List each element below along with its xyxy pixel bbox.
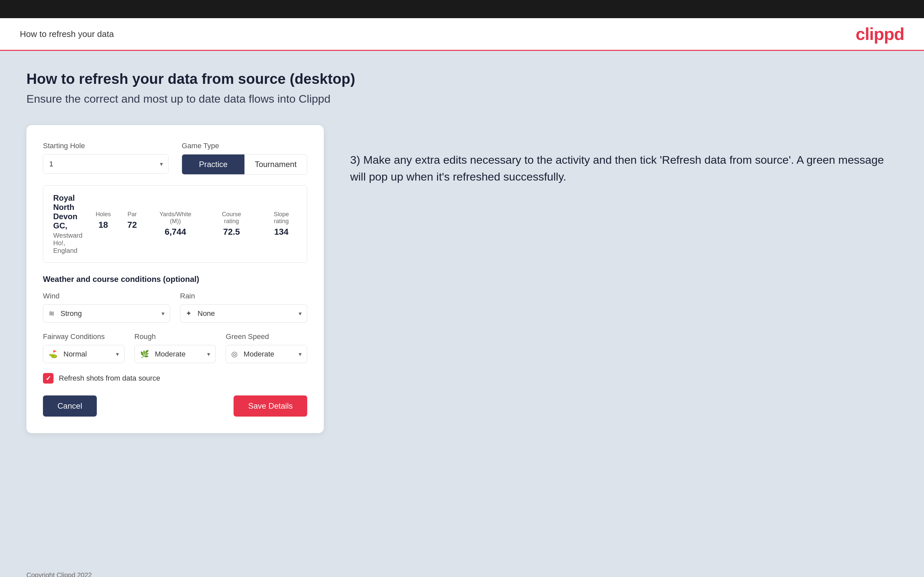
wind-icon: ≋: [48, 309, 55, 318]
par-value: 72: [128, 220, 137, 230]
fairway-select[interactable]: Normal: [61, 345, 119, 363]
tournament-button[interactable]: Tournament: [244, 155, 307, 174]
wind-select[interactable]: Strong: [58, 305, 165, 322]
green-speed-icon: ◎: [231, 350, 237, 358]
course-location: Westward Ho!, England: [53, 232, 82, 255]
refresh-checkbox[interactable]: ✓: [43, 373, 53, 384]
course-rating-label: Course rating: [214, 211, 249, 225]
page-breadcrumb: How to refresh your data: [20, 29, 114, 39]
course-rating-stat: Course rating 72.5: [214, 211, 249, 237]
fairway-label: Fairway Conditions: [43, 332, 124, 341]
refresh-checkbox-label: Refresh shots from data source: [59, 374, 160, 383]
course-stats: Holes 18 Par 72 Yards/White (M)) 6,744 C…: [96, 211, 297, 237]
slope-rating-label: Slope rating: [266, 211, 297, 225]
rough-icon: 🌿: [140, 350, 149, 358]
slope-rating-stat: Slope rating 134: [266, 211, 297, 237]
course-rating-value: 72.5: [214, 227, 249, 237]
starting-hole-select[interactable]: 1: [43, 155, 168, 173]
game-type-group: Game Type Practice Tournament: [182, 142, 307, 175]
cancel-button[interactable]: Cancel: [43, 395, 97, 417]
course-name: Royal North Devon GC,: [53, 193, 82, 230]
rain-group: Rain ✦ None ▾: [180, 292, 307, 322]
rain-label: Rain: [180, 292, 307, 300]
side-instruction-area: 3) Make any extra edits necessary to the…: [350, 125, 898, 185]
game-type-label: Game Type: [182, 142, 307, 150]
slope-rating-value: 134: [266, 227, 297, 237]
refresh-checkbox-row[interactable]: ✓ Refresh shots from data source: [43, 373, 307, 384]
rough-select[interactable]: Moderate: [152, 345, 210, 363]
wind-group: Wind ≋ Strong ▾: [43, 292, 170, 322]
starting-hole-group: Starting Hole 1 ▾: [43, 142, 168, 175]
footer: Copyright Clippd 2022: [0, 564, 924, 577]
save-details-button[interactable]: Save Details: [234, 395, 307, 417]
game-type-toggle: Practice Tournament: [182, 154, 307, 175]
page-title: How to refresh your data from source (de…: [26, 71, 898, 87]
yards-value: 6,744: [153, 227, 197, 237]
green-speed-select[interactable]: Moderate: [241, 345, 302, 363]
checkmark-icon: ✓: [45, 374, 51, 382]
form-button-row: Cancel Save Details: [43, 395, 307, 417]
side-instruction-text: 3) Make any extra edits necessary to the…: [350, 152, 898, 185]
wind-label: Wind: [43, 292, 170, 300]
clippd-logo: clippd: [856, 24, 904, 44]
rain-select[interactable]: None: [195, 305, 302, 322]
rain-icon: ✦: [186, 309, 192, 318]
course-info: Royal North Devon GC, Westward Ho!, Engl…: [53, 193, 82, 255]
yards-stat: Yards/White (M)) 6,744: [153, 211, 197, 237]
copyright-text: Copyright Clippd 2022: [26, 571, 92, 577]
starting-hole-label: Starting Hole: [43, 142, 168, 150]
page-subheading: Ensure the correct and most up to date d…: [26, 92, 898, 105]
yards-label: Yards/White (M)): [153, 211, 197, 225]
green-speed-label: Green Speed: [226, 332, 307, 341]
par-label: Par: [128, 211, 137, 218]
weather-section-title: Weather and course conditions (optional): [43, 275, 307, 284]
fairway-group: Fairway Conditions ⛳ Normal ▾: [43, 332, 124, 363]
green-speed-group: Green Speed ◎ Moderate ▾: [226, 332, 307, 363]
par-stat: Par 72: [128, 211, 137, 237]
fairway-icon: ⛳: [48, 350, 58, 358]
rough-group: Rough 🌿 Moderate ▾: [134, 332, 216, 363]
holes-stat: Holes 18: [96, 211, 111, 237]
course-info-row: Royal North Devon GC, Westward Ho!, Engl…: [43, 185, 307, 263]
practice-button[interactable]: Practice: [182, 155, 244, 174]
holes-label: Holes: [96, 211, 111, 218]
form-card: Starting Hole 1 ▾ Game Type Practice Tou…: [26, 125, 324, 433]
holes-value: 18: [96, 220, 111, 230]
rough-label: Rough: [134, 332, 216, 341]
